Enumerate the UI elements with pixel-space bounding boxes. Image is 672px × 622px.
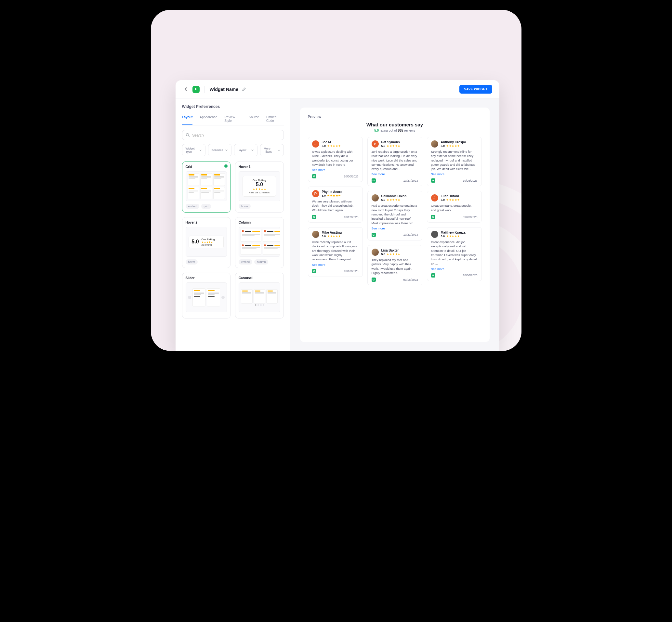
see-more-link[interactable]: See more xyxy=(372,227,418,230)
stars-icon: ★★★★★ xyxy=(327,144,341,147)
card-thumbnail xyxy=(186,282,227,312)
review-date: 10/06/2023 xyxy=(463,274,477,277)
see-more-link[interactable]: See more xyxy=(372,172,418,176)
see-more-link[interactable]: See more xyxy=(431,172,478,176)
card-thumbnail xyxy=(186,171,227,201)
back-button[interactable] xyxy=(183,86,189,93)
avatar xyxy=(312,231,319,238)
search-input[interactable] xyxy=(193,133,280,137)
review-date: 10/26/2023 xyxy=(463,179,477,182)
layout-card-grid[interactable]: Grid embedgrid xyxy=(182,162,231,212)
preview-header: What our customers say 5.0 rating out of… xyxy=(308,122,482,132)
review-score: 5.0 xyxy=(441,198,445,202)
tab-review-style[interactable]: Review Style xyxy=(224,113,241,125)
preview-subtitle: 5.0 rating out of 865 reviews xyxy=(308,129,482,132)
stars-icon: ★★★★★ xyxy=(387,198,401,202)
layout-card-hover2[interactable]: Hover 2 5.0 Our Rating ★★★★★ 22 reviews xyxy=(182,217,231,268)
stars-icon: ★★★★★ xyxy=(202,241,215,244)
review-date: 09/20/2023 xyxy=(463,215,477,219)
search-icon xyxy=(186,133,190,137)
avatar: P xyxy=(312,190,319,197)
widget-name: Widget Name xyxy=(210,87,239,92)
review-body: It was a pleasure dealing with Kline Ext… xyxy=(312,149,359,167)
chevron-down-icon xyxy=(225,149,228,152)
filter-more[interactable]: More Filters xyxy=(260,144,283,156)
review-score: 5.0 xyxy=(322,194,326,197)
card-thumbnail xyxy=(239,282,280,312)
review-body: Great company, great people, and great w… xyxy=(431,203,478,212)
review-card: Anthony Crespo5.0★★★★★Strongly recommend… xyxy=(427,137,482,186)
stars-icon: ★★★★★ xyxy=(446,144,460,147)
svg-line-1 xyxy=(188,136,189,137)
filter-layout[interactable]: Layout xyxy=(234,144,258,156)
avatar xyxy=(372,194,379,202)
card-title: Grid xyxy=(186,165,227,169)
source-badge xyxy=(312,269,316,273)
review-card: PPat Symons5.0★★★★★Joni repaired a large… xyxy=(367,137,422,186)
edit-icon[interactable] xyxy=(241,87,246,92)
review-score: 5.0 xyxy=(381,144,385,147)
review-date: 10/12/2023 xyxy=(344,215,358,219)
rating-text: rating out of xyxy=(380,129,397,132)
filter-features[interactable]: Features xyxy=(208,144,232,156)
app-window: Widget Name SAVE WIDGET Widget Preferren… xyxy=(175,80,499,351)
reviewer-name: Phyllis Acord xyxy=(322,190,343,194)
review-count: 865 xyxy=(398,129,403,132)
review-score: 5.0 xyxy=(322,235,326,238)
stars-icon: ★★★★★ xyxy=(245,187,273,191)
source-badge xyxy=(431,273,435,278)
review-body: Strongly recommend Kline for any exterio… xyxy=(431,149,478,171)
layout-card-carousel[interactable]: Carousel xyxy=(235,273,284,318)
review-card: PPhyllis Acord5.0★★★★★We are very please… xyxy=(308,186,363,222)
source-badge xyxy=(431,215,435,219)
rating-text: reviews xyxy=(404,129,415,132)
thumb-label: Our Rating xyxy=(245,179,273,182)
chevron-down-icon xyxy=(199,149,202,152)
save-widget-button[interactable]: SAVE WIDGET xyxy=(459,85,492,94)
thumb-link: 22 reviews xyxy=(202,244,215,246)
chevron-down-icon xyxy=(278,149,280,152)
review-card: Mike Austing5.0★★★★★Kline recently repla… xyxy=(308,227,363,277)
stars-icon: ★★★★★ xyxy=(387,144,401,147)
see-more-link[interactable]: See more xyxy=(431,267,478,271)
review-body: We are very pleased with our deck! They … xyxy=(312,199,359,212)
layout-card-column[interactable]: Column embedcolumn xyxy=(235,217,284,268)
tag: hover xyxy=(239,204,251,209)
chevron-down-icon xyxy=(251,149,254,152)
source-badge xyxy=(372,278,376,282)
tab-source[interactable]: Source xyxy=(249,113,259,125)
review-score: 5.0 xyxy=(441,235,445,238)
reviewer-name: Pat Symons xyxy=(381,140,401,144)
review-body: Great experience, did job exceptionally … xyxy=(431,240,478,266)
review-score: 5.0 xyxy=(441,144,445,147)
app-logo xyxy=(193,86,200,93)
see-more-link[interactable]: See more xyxy=(312,168,359,172)
preferences-tabs: Layout Appearence Review Style Source Em… xyxy=(182,113,284,126)
review-date: 10/30/2023 xyxy=(344,175,358,178)
tab-embed-code[interactable]: Embed Code xyxy=(266,113,284,125)
stars-icon: ★★★★★ xyxy=(446,198,460,202)
source-badge xyxy=(372,178,376,183)
reviewer-name: Calliannie Dixon xyxy=(381,194,407,198)
filter-label: Layout xyxy=(238,148,246,152)
layout-card-hover1[interactable]: Hover 1 Our Rating 5.0 ★★★★★ Read our 22… xyxy=(235,162,284,212)
search-field[interactable] xyxy=(182,130,284,140)
filter-row: Widget Type Features Layout More Filters xyxy=(182,144,284,156)
top-bar: Widget Name SAVE WIDGET xyxy=(175,80,499,99)
reviewer-name: Luan Tufani xyxy=(441,194,460,198)
preferences-panel: Widget Preferrences Layout Appearence Re… xyxy=(175,99,290,351)
preview-area: Preview What our customers say 5.0 ratin… xyxy=(290,99,499,351)
stars-icon: ★★★★★ xyxy=(387,252,401,256)
layout-card-slider[interactable]: Slider xyxy=(182,273,231,318)
see-more-link[interactable]: See more xyxy=(312,263,359,267)
card-title: Carousel xyxy=(239,276,280,280)
filter-label: Features xyxy=(212,148,223,152)
thumb-link: Read our 22 reviews xyxy=(245,192,273,194)
tab-layout[interactable]: Layout xyxy=(182,113,193,125)
rating-value: 5.0 xyxy=(374,129,379,132)
filter-widget-type[interactable]: Widget Type xyxy=(182,144,205,156)
tab-appearance[interactable]: Appearence xyxy=(200,113,217,125)
avatar: J xyxy=(431,194,438,202)
review-date: 10/13/2023 xyxy=(344,269,358,273)
source-badge xyxy=(312,174,316,178)
